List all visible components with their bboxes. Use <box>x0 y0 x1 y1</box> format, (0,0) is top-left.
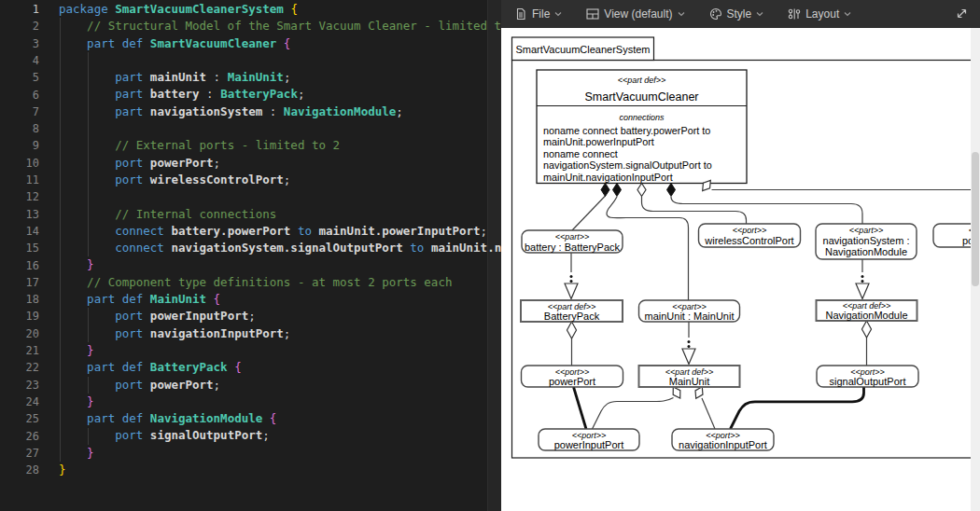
diagram-scrollbar-thumb[interactable] <box>972 152 979 286</box>
expand-button[interactable] <box>955 7 969 24</box>
node-stereotype: <<part>> <box>849 226 884 235</box>
code-line: connect navigationSystem.signalOutputPor… <box>0 240 501 256</box>
layout-menu-button[interactable]: Layout <box>788 7 851 21</box>
node-powerport[interactable]: <<port>> powerPort <box>522 366 623 387</box>
code-line: // Internal connections <box>0 206 501 223</box>
code-editor[interactable]: 1234567891011121314151617181920212223242… <box>0 0 501 511</box>
code-line: port signalOutputPort; <box>0 427 501 444</box>
code-line: part def BatteryPack { <box>0 359 501 376</box>
node-stereotype: <<port>> <box>555 367 590 377</box>
node-stereotype: <<port>> <box>706 431 740 440</box>
node-signaloutputport[interactable]: <<port>> signalOutputPort <box>817 366 918 387</box>
code-line: part navigationSystem : NavigationModule… <box>0 104 501 120</box>
diagram-scrollbar-track[interactable] <box>971 28 980 511</box>
node-name: SmartVacuumCleaner <box>584 90 698 104</box>
node-name: battery : BatteryPack <box>525 242 621 253</box>
code-line <box>0 120 501 137</box>
frame-label: SmartVacuumCleanerSystem <box>515 44 650 55</box>
code-line: package SmartVacuumCleanerSystem { <box>0 1 501 18</box>
view-menu-button[interactable]: View (default) <box>586 7 684 21</box>
code-line: } <box>0 256 501 273</box>
node-powerinputport[interactable]: <<port>> powerInputPort <box>539 429 639 450</box>
node-name: navigationSystem : <box>823 235 910 246</box>
node-navigationmodule-def[interactable]: <<part def>> NavigationModule <box>817 300 917 321</box>
code-line: // External ports - limited to 2 <box>0 137 501 154</box>
node-name: NavigationModule <box>825 246 907 257</box>
code-line: // Structural Model of the Smart Vacuum … <box>0 18 501 35</box>
chevron-down-icon <box>678 11 685 17</box>
indent-guide <box>88 52 89 257</box>
node-mainunit-def[interactable]: <<part def>> MainUnit <box>639 366 740 387</box>
node-name: NavigationModule <box>825 310 907 321</box>
view-grid-icon <box>586 7 599 21</box>
connection-text: mainUnit.navigationInputPort <box>543 172 673 183</box>
code-line: } <box>0 394 501 410</box>
code-area: package SmartVacuumCleanerSystem { // St… <box>0 1 501 478</box>
style-menu-button[interactable]: Style <box>709 7 764 21</box>
app-window: 1234567891011121314151617181920212223242… <box>0 0 980 511</box>
node-wirelesscontrolport[interactable]: <<port>> wirelessControlPort <box>699 224 801 247</box>
node-stereotype: <<part def>> <box>618 76 666 85</box>
node-name: powerPort <box>549 376 595 387</box>
code-line: part mainUnit : MainUnit; <box>0 69 501 86</box>
connection-text: noname connect battery.powerPort to <box>543 125 710 136</box>
node-battery[interactable]: <<part>> battery : BatteryPack <box>522 230 623 253</box>
code-line: } <box>0 445 501 462</box>
diagram: SmartVacuumCleanerSystem <box>501 28 980 511</box>
node-stereotype: <<part def>> <box>665 367 714 377</box>
diagram-toolbar: File View (default) <box>501 0 980 28</box>
node-batterypack-def[interactable]: <<part def>> BatteryPack <box>521 300 623 322</box>
node-navigationinputport[interactable]: <<port>> navigationInputPort <box>672 429 774 450</box>
node-name: powerInputPort <box>554 439 624 450</box>
node-name: navigationInputPort <box>679 439 767 450</box>
indent-guide <box>60 18 61 462</box>
view-menu-label: View (default) <box>604 7 672 21</box>
code-line: part battery : BatteryPack; <box>0 86 501 103</box>
connection-text: noname connect <box>543 148 618 159</box>
node-stereotype: <<port>> <box>850 367 885 377</box>
code-line: port powerInputPort; <box>0 308 501 325</box>
diagram-canvas[interactable]: SmartVacuumCleanerSystem <box>501 28 980 511</box>
expand-icon <box>955 7 969 21</box>
editor-scrollbar[interactable] <box>487 0 501 511</box>
indent-guide <box>88 428 89 445</box>
code-line: } <box>0 342 501 359</box>
node-name: signalOutputPort <box>830 376 906 387</box>
code-line: part def MainUnit { <box>0 291 501 308</box>
indent-guide <box>88 377 89 394</box>
file-menu-button[interactable]: File <box>514 7 562 21</box>
code-line: port wirelessControlPort; <box>0 172 501 188</box>
diagram-panel: File View (default) <box>501 0 980 511</box>
node-name: mainUnit : MainUnit <box>645 311 735 322</box>
node-stereotype: <<port>> <box>572 431 607 440</box>
node-name: BatteryPack <box>544 311 600 322</box>
node-navigationsystem[interactable]: <<part>> navigationSystem : NavigationMo… <box>816 224 917 259</box>
node-stereotype: <<part>> <box>555 232 590 242</box>
code-line <box>0 52 501 69</box>
layout-icon <box>788 7 801 21</box>
node-stereotype: <<port>> <box>733 226 767 235</box>
code-line: port powerPort; <box>0 377 501 394</box>
node-stereotype: <<part def>> <box>548 302 596 311</box>
node-smartvacuumcleaner[interactable]: <<part def>> SmartVacuumCleaner connecti… <box>537 70 747 184</box>
code-line: } <box>0 462 501 478</box>
style-menu-label: Style <box>727 7 752 21</box>
code-line: part def SmartVacuumCleaner { <box>0 35 501 52</box>
node-name: MainUnit <box>669 376 709 387</box>
node-mainunit[interactable]: <<part>> mainUnit : MainUnit <box>639 300 740 322</box>
code-line: port powerPort; <box>0 155 501 172</box>
indent-guide <box>88 308 89 342</box>
layout-menu-label: Layout <box>805 7 839 21</box>
node-name: wirelessControlPort <box>704 235 793 246</box>
chevron-down-icon <box>554 11 562 17</box>
code-line <box>0 188 501 205</box>
node-stereotype: <<part>> <box>672 302 707 311</box>
file-menu-label: File <box>532 7 550 21</box>
file-icon <box>514 7 527 21</box>
code-line: connect battery.powerPort to mainUnit.po… <box>0 223 501 240</box>
connection-text: navigationSystem.signalOutputPort to <box>543 159 712 171</box>
code-line: port navigationInputPort; <box>0 325 501 342</box>
style-palette-icon <box>709 7 722 21</box>
connection-text: mainUnit.powerInputPort <box>543 136 654 147</box>
chevron-down-icon <box>844 11 851 17</box>
